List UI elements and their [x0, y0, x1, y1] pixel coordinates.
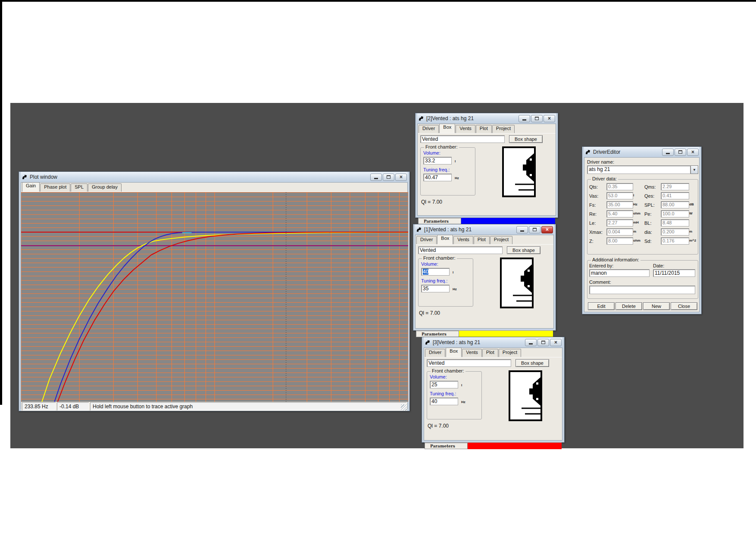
close-button[interactable]: ×	[395, 174, 407, 181]
tab-vents[interactable]: Vents	[456, 125, 475, 133]
maximize-button[interactable]	[529, 226, 540, 233]
tab-project[interactable]: Project	[490, 236, 512, 244]
gain-plot-area[interactable]	[21, 192, 408, 402]
vented1-titlebar[interactable]: [1]Vented : ats hg 21 ×	[415, 224, 554, 235]
param-field[interactable]: 2.27	[606, 219, 633, 227]
volume-input[interactable]: 33.2	[423, 157, 452, 165]
tab-driver[interactable]: Driver	[425, 349, 445, 357]
param-unit: m	[633, 230, 644, 235]
signal-color-bar	[459, 331, 553, 337]
minimize-icon	[374, 178, 378, 179]
entered-by-field[interactable]: manon	[589, 269, 650, 277]
tuning-input[interactable]: 40.47	[423, 174, 452, 181]
tab-plot[interactable]: Plot	[474, 236, 490, 244]
param-field[interactable]: 53.0	[606, 192, 633, 199]
new-button[interactable]: New	[643, 302, 670, 310]
box-shape-button[interactable]: Box shape	[507, 246, 540, 254]
volume-input[interactable]: 25	[430, 381, 458, 388]
param-label: dia:	[644, 230, 661, 235]
box-type-field[interactable]: Vented	[418, 246, 503, 254]
vented-window-1: [1]Vented : ats hg 21 × Driver Box Vents…	[413, 224, 556, 331]
chevron-down-icon[interactable]: ▼	[690, 165, 698, 174]
param-unit: m	[689, 230, 697, 235]
parameters-button[interactable]: Parameters	[418, 218, 461, 224]
param-field[interactable]: 2.29	[661, 183, 689, 190]
tab-vents[interactable]: Vents	[453, 236, 473, 244]
minimize-button[interactable]	[662, 149, 674, 156]
tuning-input[interactable]: 35	[421, 285, 450, 292]
comment-field[interactable]	[589, 286, 695, 294]
close-button[interactable]: ×	[541, 226, 553, 233]
date-field[interactable]: 11/11/2015	[653, 269, 695, 277]
page-border-top	[0, 0, 756, 2]
tuning-input[interactable]: 40	[430, 397, 458, 405]
minimize-icon	[520, 230, 524, 232]
param-field[interactable]: 5.40	[606, 210, 633, 217]
vented3-titlebar[interactable]: [3]Vented : ats hg 21 ×	[424, 337, 562, 348]
tab-box[interactable]: Box	[437, 235, 453, 244]
minimize-button[interactable]	[516, 226, 528, 233]
delete-button[interactable]: Delete	[615, 302, 642, 310]
close-button[interactable]: Close	[671, 302, 697, 310]
maximize-button[interactable]	[383, 174, 394, 181]
tuning-unit: Hz	[461, 400, 465, 405]
close-button[interactable]: ×	[544, 115, 555, 122]
tab-project[interactable]: Project	[492, 125, 515, 133]
box-shape-button[interactable]: Box shape	[515, 359, 549, 367]
parameters-button[interactable]: Parameters	[416, 331, 459, 337]
param-field[interactable]: 0.200	[661, 228, 689, 236]
param-label: Sd:	[644, 239, 661, 244]
tab-gain[interactable]: Gain	[22, 182, 40, 192]
volume-input[interactable]: 40	[421, 268, 450, 276]
minimize-icon	[522, 119, 526, 121]
param-field[interactable]: 0.004	[606, 228, 633, 236]
param-field[interactable]: 88.00	[661, 201, 689, 208]
param-field[interactable]: 35.00	[606, 201, 633, 208]
box-shape-diagram	[500, 258, 534, 308]
tab-box[interactable]: Box	[446, 348, 462, 357]
tab-driver[interactable]: Driver	[416, 236, 437, 244]
tab-box[interactable]: Box	[439, 124, 455, 133]
box-type-field[interactable]: Vented	[420, 135, 505, 143]
window-title: DriverEditor	[593, 149, 660, 155]
minimize-button[interactable]	[519, 115, 530, 122]
tab-spl[interactable]: SPL	[71, 183, 87, 192]
tab-driver[interactable]: Driver	[419, 125, 439, 133]
tab-plot[interactable]: Plot	[476, 125, 492, 133]
tab-phase-plot[interactable]: Phase plot	[40, 183, 70, 192]
maximize-button[interactable]	[675, 149, 686, 156]
param-field[interactable]: 100.0	[661, 210, 689, 217]
close-button[interactable]: ×	[687, 149, 699, 156]
maximize-button[interactable]	[537, 339, 549, 346]
param-field[interactable]: 0.176	[661, 237, 689, 245]
driver-editor-titlebar[interactable]: DriverEditor ×	[584, 147, 700, 157]
tab-plot[interactable]: Plot	[482, 349, 498, 357]
param-field[interactable]: 8.00	[606, 237, 633, 245]
param-field[interactable]: 0.35	[606, 183, 633, 190]
param-unit	[689, 222, 697, 224]
param-field[interactable]: 8.48	[661, 219, 689, 227]
param-label: Qts:	[589, 184, 606, 189]
minimize-button[interactable]	[370, 174, 382, 181]
box-type-field[interactable]: Vented	[427, 359, 511, 367]
volume-unit: l	[461, 383, 462, 388]
tab-project[interactable]: Project	[499, 349, 521, 357]
param-unit	[689, 195, 697, 196]
resize-grip[interactable]	[401, 404, 407, 410]
param-field[interactable]: 0.41	[661, 192, 689, 199]
parameters-button[interactable]: Parameters	[425, 443, 468, 449]
tab-vents[interactable]: Vents	[462, 349, 482, 357]
maximize-button[interactable]	[531, 115, 543, 122]
driver-name-combo[interactable]: ats hg 21 ▼	[587, 165, 698, 174]
edit-button[interactable]: Edit	[588, 302, 615, 310]
status-hint: Hold left mouse button to trace active g…	[90, 402, 406, 410]
box-shape-diagram	[502, 146, 536, 197]
vented2-titlebar[interactable]: [2]Vented : ats hg 21 ×	[417, 113, 556, 124]
tuning-unit: Hz	[453, 287, 457, 292]
minimize-button[interactable]	[525, 339, 537, 346]
tab-group-delay[interactable]: Group delay	[88, 183, 122, 192]
close-button[interactable]: ×	[550, 339, 562, 346]
box-shape-button[interactable]: Box shape	[509, 135, 543, 143]
plot-window-titlebar[interactable]: Plot window ×	[21, 172, 408, 182]
driver-name-value[interactable]: ats hg 21	[587, 165, 690, 174]
